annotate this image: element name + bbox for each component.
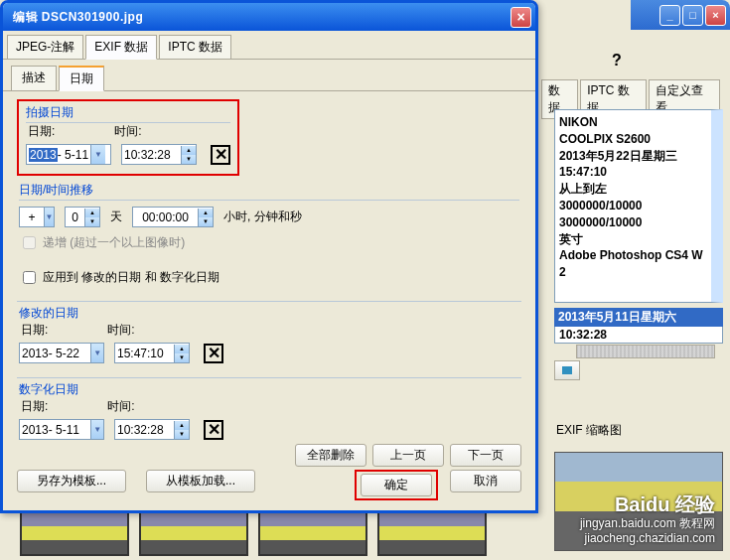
help-icon[interactable]: ? bbox=[612, 52, 622, 70]
offset-time[interactable]: ▲▼ bbox=[132, 207, 214, 227]
spinner-icon[interactable]: ▲▼ bbox=[198, 209, 213, 226]
hms-label: 小时, 分钟和秒 bbox=[223, 209, 302, 225]
capture-date-group: 拍摄日期 日期: 时间: 2013- 5-11 ▲▼ bbox=[22, 104, 234, 171]
dialog-title: 编辑 DSCN301900.jpg bbox=[7, 9, 511, 26]
exif-line: COOLPIX S2600 bbox=[559, 131, 707, 148]
digitized-legend: 数字化日期 bbox=[19, 381, 82, 398]
dialog-content: 拍摄日期 日期: 时间: 2013- 5-11 ▲▼ 日期/时间推移 bbox=[3, 91, 535, 462]
exif-line: 3000000/10000 bbox=[559, 198, 707, 214]
watermark: Baidu 经验 jingyan.baidu.com 教程网 jiaocheng… bbox=[580, 492, 715, 545]
exif-selected-date: 2013年5月11日星期六 bbox=[554, 308, 723, 327]
date-label: 日期: bbox=[21, 322, 48, 339]
thumbnail-4[interactable] bbox=[377, 506, 487, 556]
time-label: 时间: bbox=[107, 322, 134, 339]
tab-iptc-data2[interactable]: IPTC 数据 bbox=[159, 35, 231, 59]
parent-close-button[interactable]: × bbox=[705, 5, 726, 26]
spinner-icon[interactable]: ▲▼ bbox=[174, 345, 189, 362]
clear-capture-icon[interactable] bbox=[211, 145, 230, 165]
subtab-date[interactable]: 日期 bbox=[59, 66, 104, 91]
capture-legend: 拍摄日期 bbox=[26, 104, 230, 123]
dialog-main-tabs: JPEG-注解 EXIF 数据 IPTC 数据 bbox=[3, 31, 535, 60]
next-page-button[interactable]: 下一页 bbox=[450, 444, 521, 467]
subtab-description[interactable]: 描述 bbox=[11, 66, 57, 90]
save-template-button[interactable]: 另存为模板... bbox=[17, 470, 126, 492]
date-label: 日期: bbox=[28, 123, 55, 140]
digitized-date-group: 数字化日期 日期: 时间: ▲▼ bbox=[17, 377, 521, 444]
tab-jpeg-comment[interactable]: JPEG-注解 bbox=[7, 35, 83, 59]
recur-checkbox: 递增 (超过一个以上图像时) bbox=[19, 233, 519, 252]
exif-line: 2 bbox=[559, 264, 707, 281]
prev-page-button[interactable]: 上一页 bbox=[372, 444, 444, 467]
spinner-icon[interactable]: ▲▼ bbox=[84, 209, 99, 226]
exif-line: Adobe Photoshop CS4 W bbox=[559, 247, 707, 264]
delete-all-button[interactable]: 全部删除 bbox=[295, 444, 366, 467]
view-mode-button[interactable] bbox=[554, 360, 580, 380]
exif-line: 英寸 bbox=[559, 231, 707, 248]
clear-digitized-icon[interactable] bbox=[204, 420, 223, 440]
time-label: 时间: bbox=[114, 123, 141, 140]
clear-modified-icon[interactable] bbox=[204, 344, 223, 363]
thumbnail-1[interactable] bbox=[20, 506, 129, 556]
parent-window-controls: _ □ × bbox=[631, 0, 730, 30]
capture-time-input[interactable]: ▲▼ bbox=[121, 144, 197, 165]
load-template-button[interactable]: 从模板加载... bbox=[146, 470, 255, 492]
dialog-buttons-row2: 另存为模板... 从模板加载... 确定 取消 bbox=[17, 470, 521, 500]
exif-info-panel: NIKON COOLPIX S2600 2013年5月22日星期三 15:47:… bbox=[554, 109, 723, 303]
modified-time-input[interactable]: ▲▼ bbox=[114, 343, 190, 363]
dropdown-icon[interactable] bbox=[44, 208, 54, 226]
exif-selection[interactable]: 2013年5月11日星期六 10:32:28 bbox=[554, 308, 723, 343]
offset-header: 日期/时间推移 bbox=[19, 182, 519, 201]
dialog-buttons-row1: 全部删除 上一页 下一页 bbox=[295, 444, 521, 467]
exif-line: 2013年5月22日星期三 bbox=[559, 148, 707, 165]
thumbnail-2[interactable] bbox=[139, 506, 248, 556]
histogram-bar bbox=[576, 345, 715, 358]
offset-days[interactable]: ▲▼ bbox=[65, 207, 100, 227]
exif-line: 3000000/10000 bbox=[559, 214, 707, 231]
thumbnail-3[interactable] bbox=[258, 506, 367, 556]
dropdown-icon[interactable] bbox=[90, 420, 103, 439]
capture-date-input[interactable]: 2013- 5-11 bbox=[26, 144, 111, 165]
digitized-time-input[interactable]: ▲▼ bbox=[114, 419, 190, 440]
exif-line: 从上到左 bbox=[559, 181, 707, 198]
modified-legend: 修改的日期 bbox=[19, 305, 82, 322]
exif-selected-time: 10:32:28 bbox=[554, 327, 723, 344]
spinner-icon[interactable]: ▲▼ bbox=[174, 421, 189, 439]
days-label: 天 bbox=[110, 209, 122, 225]
dialog-sub-tabs: 描述 日期 bbox=[3, 60, 535, 91]
exif-line: NIKON bbox=[559, 114, 707, 131]
modified-date-input[interactable] bbox=[19, 343, 104, 363]
dropdown-icon[interactable] bbox=[90, 344, 103, 362]
maximize-button[interactable]: □ bbox=[682, 5, 703, 26]
cancel-button[interactable]: 取消 bbox=[450, 470, 521, 492]
time-label: 时间: bbox=[107, 398, 134, 415]
exif-line: 15:47:10 bbox=[559, 164, 707, 181]
exif-thumbnail-label: EXIF 缩略图 bbox=[556, 422, 622, 439]
dialog-close-button[interactable]: × bbox=[511, 7, 531, 28]
modified-date-group: 修改的日期 日期: 时间: ▲▼ bbox=[17, 301, 521, 367]
spinner-icon[interactable]: ▲▼ bbox=[181, 146, 196, 164]
apply-to-checkbox[interactable]: 应用到 修改的日期 和 数字化日期 bbox=[19, 268, 519, 287]
dialog-titlebar: 编辑 DSCN301900.jpg × bbox=[3, 3, 535, 31]
edit-dialog: 编辑 DSCN301900.jpg × JPEG-注解 EXIF 数据 IPTC… bbox=[0, 0, 538, 513]
dropdown-icon[interactable] bbox=[90, 145, 105, 164]
tab-exif-data[interactable]: EXIF 数据 bbox=[85, 35, 157, 60]
ok-button[interactable]: 确定 bbox=[361, 474, 432, 496]
digitized-date-input[interactable] bbox=[19, 419, 104, 440]
offset-sign[interactable] bbox=[19, 207, 55, 227]
minimize-button[interactable]: _ bbox=[659, 5, 680, 26]
date-label: 日期: bbox=[21, 398, 48, 415]
